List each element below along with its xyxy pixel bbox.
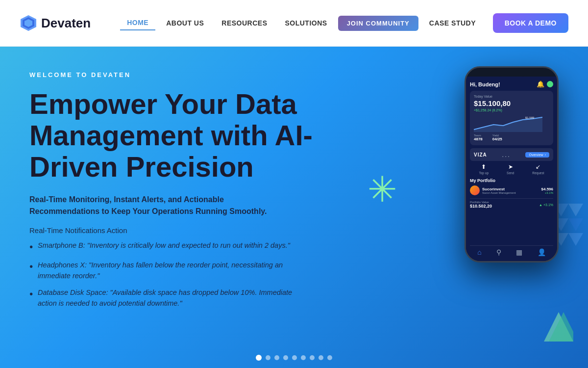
request-label: Request [532,171,544,175]
phone-actions: ⬆ Top up ➤ Send ↙ Request [470,163,553,175]
hero-title: Empower Your Data Management with AI-Dri… [29,88,333,182]
svg-rect-15 [523,294,532,321]
nav-join-community[interactable]: JOIN COMMUNITY [338,16,418,31]
portfolio-section: My Portfolio Sucorinvest Sucor Asset Man… [470,178,553,243]
phone-bottom-nav: ⌂ ⚲ ▦ 👤 [470,245,553,257]
card-name: VIZA [474,152,487,158]
nav-right: BOOK A DEMO [493,13,568,33]
portfolio-item: Sucorinvest Sucor Asset Management $4.59… [470,185,553,195]
nav-links: HOME ABOUT US RESOURCES SOLUTIONS JOIN C… [120,16,492,31]
grid-nav-icon[interactable]: ▦ [516,248,522,256]
bullet-2: Headphones X: "Inventory has fallen belo… [29,260,309,282]
dot-2[interactable] [266,355,270,360]
team-yield-row: Team 4878 Yield 04/25 [474,134,549,141]
pagination-dots [256,355,332,361]
hero-bullets: Smartphone B: "Inventory is critically l… [29,240,309,315]
portfolio-right: $4.596 +3.1% [541,187,553,194]
dot-6[interactable] [301,355,306,360]
card-dots: ... [502,151,511,158]
portfolio-info: Sucorinvest Sucor Asset Management [482,187,516,194]
dot-8[interactable] [318,355,323,360]
chevron-right-icon: › [545,153,546,157]
svg-rect-14 [512,302,521,326]
portfolio-right-val: $4.596 [541,187,553,191]
svg-rect-17 [546,301,555,323]
portfolio-title: My Portfolio [470,178,553,183]
svg-rect-16 [535,297,543,321]
dot-9[interactable] [327,355,332,360]
nav-solutions[interactable]: SOLUTIONS [278,16,334,30]
home-nav-icon[interactable]: ⌂ [477,248,481,256]
hero-section: WELCOME TO DEVATEN Empower Your Data Man… [0,47,588,368]
portfolio-pct-badge: ▲+3.1% [539,201,553,209]
svg-point-12 [500,326,568,366]
phone-mockup-area: Hi, Budeng! 🔔 Today Value $15.100,80 +$1… [363,56,588,361]
send-label: Send [507,171,514,175]
logo[interactable]: Devaten [20,14,91,32]
yield-info: Yield 04/25 [492,134,502,141]
send-action[interactable]: ➤ Send [507,163,514,175]
portfolio-avatar [470,185,480,195]
phone-greeting: Hi, Budeng! [470,81,500,87]
dot-3[interactable] [274,355,279,360]
card-row: VIZA ... Overview › [470,148,553,161]
overview-button[interactable]: Overview › [525,152,549,158]
svg-text:$1,589: $1,589 [525,116,535,119]
status-dot [547,81,553,87]
phone-body: Hi, Budeng! 🔔 Today Value $15.100,80 +$1… [465,66,559,263]
today-value-label: Today Value [474,95,549,98]
nav-home[interactable]: HOME [120,16,155,30]
top-up-icon: ⬆ [479,163,489,170]
brand-name: Devaten [41,16,91,31]
send-icon: ➤ [507,163,514,170]
bullet-3: Database Disk Space: "Available disk spa… [29,288,309,309]
portfolio-value-label: Portfolio Value $10.502,20 [470,201,492,209]
mini-chart: $1,589 [474,115,549,132]
profile-nav-icon[interactable]: 👤 [538,248,546,256]
portfolio-left: Sucorinvest Sucor Asset Management [470,185,516,195]
portfolio-pct: +3.1% [541,191,553,194]
nav-resources[interactable]: RESOURCES [215,16,274,30]
top-up-action[interactable]: ⬆ Top up [479,163,489,175]
phone-screen: Hi, Budeng! 🔔 Today Value $15.100,80 +$1… [466,77,557,261]
overview-label: Overview [529,153,543,157]
phone-header-icons: 🔔 [537,80,553,88]
hand-graphic [485,258,583,366]
today-value: $15.100,80 [474,99,549,107]
svg-rect-13 [514,316,554,356]
phone-with-hand: Hi, Budeng! 🔔 Today Value $15.100,80 +$1… [466,66,573,351]
logo-icon [20,14,37,32]
portfolio-value-row: Portfolio Value $10.502,20 ▲+3.1% [470,198,553,209]
phone-value-card: Today Value $15.100,80 +$1,258.24 (8.2%)… [470,91,553,145]
dot-5[interactable] [292,355,297,360]
nav-case-study[interactable]: CASE STUDY [422,16,483,30]
bullet-1: Smartphone B: "Inventory is critically l… [29,240,309,254]
team-info: Team 4878 [474,134,483,141]
hero-subtitle: Real-Time Monitoring, Instant Alerts, an… [29,194,294,217]
dot-4[interactable] [283,355,288,360]
navbar: Devaten HOME ABOUT US RESOURCES SOLUTION… [0,0,588,47]
change-value: +$1,258.24 (8.2%) [474,108,549,112]
phone-notch [494,68,529,77]
dot-7[interactable] [310,355,315,360]
portfolio-name: Sucorinvest [482,187,516,191]
phone-header: Hi, Budeng! 🔔 [470,80,553,88]
request-icon: ↙ [532,163,544,170]
book-demo-button[interactable]: BOOK A DEMO [493,13,568,33]
yield-val: 04/25 [492,137,502,141]
top-up-label: Top up [479,171,489,175]
portfolio-value: $10.502,20 [470,204,492,209]
team-val: 4878 [474,137,483,141]
request-action[interactable]: ↙ Request [532,163,544,175]
bell-icon: 🔔 [537,80,544,88]
dot-1[interactable] [256,355,262,361]
portfolio-sub: Sucor Asset Management [482,191,516,194]
nav-about[interactable]: ABOUT US [159,16,211,30]
search-nav-icon[interactable]: ⚲ [496,248,501,256]
